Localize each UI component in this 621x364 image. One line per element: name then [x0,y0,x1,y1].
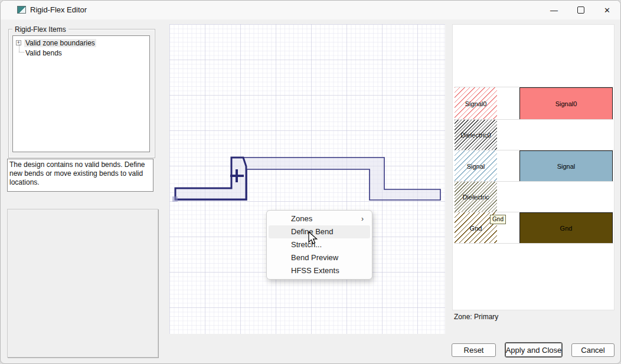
maximize-button[interactable] [567,1,594,19]
menu-item-stretch[interactable]: Stretch... [269,238,370,251]
layer-name: Signal [557,163,576,170]
layer-row-signal0: Signal0 Signal0 [455,87,613,120]
layer-hatch-swatch[interactable]: Dielectric0 [455,120,497,150]
layer-hatch-swatch[interactable]: Signal0 [455,87,497,120]
rigid-flex-editor-window: Rigid-Flex Editor — ✕ Rigid-Flex Items +… [0,0,621,364]
maximize-icon [577,6,584,14]
apply-and-close-button[interactable]: Apply and Close [505,342,563,358]
layer-row-dielectric: Dielectric [455,181,613,212]
layer-stackup-panel: Signal0 Signal0 Dielectric0 Signal Signa… [452,24,615,310]
board-drawing [169,24,445,334]
menu-item-label: Zones [291,214,312,223]
layer-name: Gnd [560,225,573,232]
layer-name: Dielectric0 [460,132,491,139]
close-button[interactable]: ✕ [594,1,620,19]
tree-item-valid-bends[interactable]: Valid bends [16,48,63,57]
layer-name: Gnd [470,225,482,232]
validation-message: The design contains no valid bends. Defi… [7,159,153,192]
app-icon [17,6,26,14]
layer-color-swatch[interactable]: Signal0 [519,87,613,120]
grid-background [169,24,445,334]
tree-item-valid-zone-boundaries[interactable]: + Valid zone boundaries [16,38,96,47]
menu-item-bend-preview[interactable]: Bend Preview [269,251,370,264]
layer-row-signal: Signal Signal [455,150,613,182]
menu-item-label: Bend Preview [291,253,338,262]
cancel-button[interactable]: Cancel [571,343,615,357]
minimize-icon: — [550,6,558,15]
tree-item-label[interactable]: Valid bends [24,49,63,57]
menu-item-define-bend[interactable]: Define Bend [269,225,370,238]
groupbox-title: Rigid-Flex Items [12,25,68,34]
gnd-tooltip: Gnd [490,215,506,224]
menu-item-zones[interactable]: Zones › [269,212,370,225]
mouse-cursor-icon [308,231,318,245]
layer-color-swatch[interactable]: Gnd [519,212,613,244]
vertex-marker[interactable] [172,196,178,202]
reset-button[interactable]: Reset [452,343,496,357]
rigid-flex-items-tree[interactable]: + Valid zone boundaries Valid bends [12,35,150,152]
submenu-arrow-icon: › [361,212,364,225]
menu-item-label: HFSS Extents [291,266,339,275]
window-title: Rigid-Flex Editor [30,5,87,14]
layer-name: Dielectric [462,194,489,201]
layout-canvas[interactable] [169,24,445,334]
context-menu: Zones › Define Bend Stretch... Bend Prev… [266,210,372,280]
close-icon: ✕ [604,6,610,15]
minimize-button[interactable]: — [541,1,567,19]
title-bar: Rigid-Flex Editor — ✕ [1,1,620,19]
layer-row-gnd: Gnd Gnd [455,212,613,244]
layer-hatch-swatch[interactable]: Dielectric [455,182,497,212]
layer-name: Signal0 [555,100,577,107]
layer-name: Signal [467,163,485,170]
layer-name: Signal0 [465,100,487,107]
empty-detail-panel [7,209,158,358]
layer-hatch-swatch[interactable]: Signal [455,150,497,182]
tree-item-label[interactable]: Valid zone boundaries [24,39,96,47]
zone-status-label: Zone: Primary [454,313,498,321]
layer-separator [455,243,613,244]
layer-row-dielectric0: Dielectric0 [455,119,613,150]
layer-color-swatch[interactable]: Signal [519,150,613,182]
menu-item-hfss-extents[interactable]: HFSS Extents [269,264,370,277]
